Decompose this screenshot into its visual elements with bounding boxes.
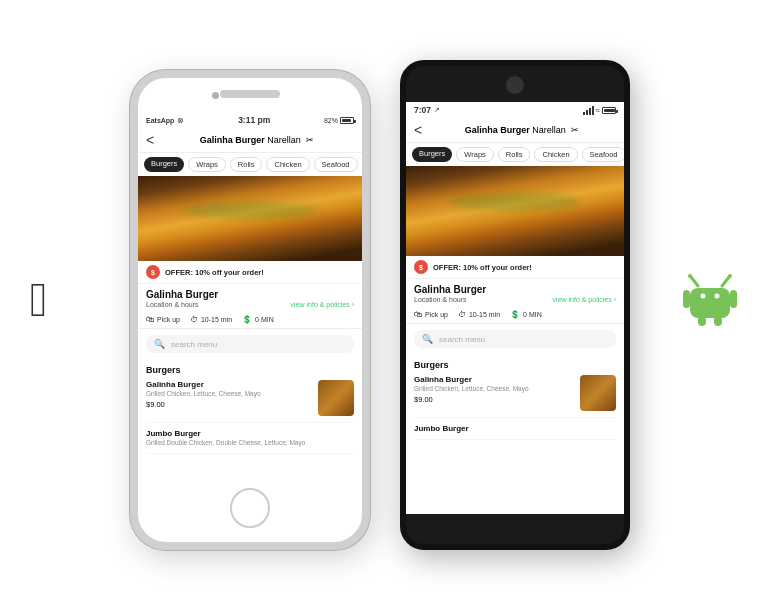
svg-rect-7 [683,290,690,308]
iphone-search-placeholder: search menu [171,340,217,349]
wifi-icon: ⊗ [177,116,184,125]
android-top-nav: < Galinha Burger Narellan ✂ [406,118,624,143]
android-menu-item-2-name: Jumbo Burger [414,424,616,433]
android-tab-rolls[interactable]: Rolls [498,147,531,162]
search-icon: 🔍 [154,339,165,349]
tab-wraps[interactable]: Wraps [188,157,226,172]
android-tab-chicken[interactable]: Chicken [534,147,577,162]
android-location-text: Location & hours [414,296,467,303]
android-search-icon: 🔍 [422,334,433,344]
android-status-right: ≈ [583,106,616,115]
iphone-section-title: Burgers [146,365,354,375]
android-logo [680,268,740,332]
location-arrow-icon: ↗ [434,106,440,114]
iphone-hero-image [138,176,362,261]
svg-rect-10 [714,316,722,326]
iphone-menu-item-1[interactable]: Galinha Burger Grilled Chicken, Lettuce,… [146,380,354,423]
svg-point-3 [728,274,732,278]
tab-seafood[interactable]: Seafood [314,157,358,172]
iphone-nav-title: Galinha Burger Narellan ✂ [160,135,354,145]
dollar-icon: 💲 [242,315,252,324]
android-menu-item-1-desc: Grilled Chicken, Lettuce, Cheese, Mayo [414,385,574,393]
android-pickup-type: 🛍 Pick up [414,310,448,319]
iphone-pickup-info: 🛍 Pick up ⏱ 10-15 min 💲 0 MIN [138,311,362,329]
android-search-bar[interactable]: 🔍 search menu [414,330,616,348]
status-right: 82% [324,117,354,124]
android-hero-image [406,166,624,256]
android-restaurant-name: Galinha Burger [414,284,616,295]
iphone-restaurant-name: Galinha Burger [146,289,354,300]
wifi-icon-android: ≈ [596,106,600,115]
iphone-menu-item-2[interactable]: Jumbo Burger Grilled Double Chicken, Dou… [146,429,354,454]
android-menu-item-2[interactable]: Jumbo Burger [414,424,616,440]
android-device: 7:07 ↗ ≈ < Galinha [400,60,630,550]
offer-text: OFFER: 10% off your order! [165,268,264,277]
iphone-view-info[interactable]: view info & policies › [291,301,354,308]
android-offer-text: OFFER: 10% off your order! [433,263,532,272]
iphone-search-bar[interactable]: 🔍 search menu [146,335,354,353]
svg-rect-9 [698,316,706,326]
iphone-pickup-time: ⏱ 10-15 min [190,315,232,324]
iphone-menu-section: Burgers Galinha Burger Grilled Chicken, … [138,359,362,486]
android-tab-wraps[interactable]: Wraps [456,147,494,162]
android-logo-svg [680,268,740,328]
android-pickup-info: 🛍 Pick up ⏱ 10-15 min 💲 0 MIN [406,306,624,324]
status-left: EatsApp ⊗ [146,116,184,125]
android-time: 7:07 [414,105,431,115]
android-nav-title: Galinha Burger Narellan ✂ [428,125,616,135]
android-min-order: 💲 0 MIN [510,310,542,319]
android-tab-seafood[interactable]: Seafood [582,147,624,162]
iphone-time: 3:11 pm [238,115,270,125]
iphone-location-hours: Location & hours view info & policies › [146,301,354,308]
svg-point-2 [688,274,692,278]
android-section-title: Burgers [414,360,616,370]
iphone-location-text: Location & hours [146,301,199,308]
android-dollar-icon: 💲 [510,310,520,319]
bag-icon: 🛍 [146,315,154,324]
menu-item-1-info: Galinha Burger Grilled Chicken, Lettuce,… [146,380,312,409]
android-offer-icon: $ [414,260,428,274]
iphone-top-nav: < Galinha Burger Narellan ✂ [138,128,362,153]
camera-dot [212,92,219,99]
menu-item-1-image [318,380,354,416]
android-clock-icon: ⏱ [458,310,466,319]
iphone-pickup-type: 🛍 Pick up [146,315,180,324]
tab-chicken[interactable]: Chicken [266,157,309,172]
android-battery-icon [602,107,616,114]
tab-burgers[interactable]: Burgers [144,157,184,172]
menu-item-1-name: Galinha Burger [146,380,312,389]
android-search-placeholder: search menu [439,335,485,344]
menu-item-1-price: $9.00 [146,400,312,409]
svg-line-1 [722,277,729,286]
android-back-button[interactable]: < [414,122,422,138]
android-category-tabs: Burgers Wraps Rolls Chicken Seafood [406,143,624,166]
android-menu-item-1-info: Galinha Burger Grilled Chicken, Lettuce,… [414,375,574,404]
iphone-screen: EatsApp ⊗ 3:11 pm 82% < Galinha Burger N… [138,112,362,486]
android-tab-burgers[interactable]: Burgers [412,147,452,162]
menu-item-2-name: Jumbo Burger [146,429,354,438]
android-menu-section: Burgers Galinha Burger Grilled Chicken, … [406,354,624,514]
tab-rolls[interactable]: Rolls [230,157,263,172]
iphone-offer-banner: $ OFFER: 10% off your order! [138,261,362,284]
offer-icon: $ [146,265,160,279]
android-bag-icon: 🛍 [414,310,422,319]
signal-bars [583,106,594,115]
android-view-info[interactable]: view info & policies › [553,296,616,303]
iphone-restaurant-info: Galinha Burger Location & hours view inf… [138,284,362,311]
svg-rect-4 [690,288,730,318]
android-menu-item-1-image [580,375,616,411]
android-screen: 7:07 ↗ ≈ < Galinha [406,102,624,514]
menu-item-2-info: Jumbo Burger Grilled Double Chicken, Dou… [146,429,354,447]
android-menu-item-2-info: Jumbo Burger [414,424,616,433]
back-button[interactable]: < [146,132,154,148]
iphone-device: EatsApp ⊗ 3:11 pm 82% < Galinha Burger N… [130,70,370,550]
battery-text: 82% [324,117,338,124]
android-offer-banner: $ OFFER: 10% off your order! [406,256,624,279]
menu-item-1-desc: Grilled Chicken, Lettuce, Cheese, Mayo [146,390,312,398]
menu-item-2-desc: Grilled Double Chicken, Double Cheese, L… [146,439,354,447]
android-menu-item-1[interactable]: Galinha Burger Grilled Chicken, Lettuce,… [414,375,616,418]
iphone-status-bar: EatsApp ⊗ 3:11 pm 82% [138,112,362,128]
android-status-bar: 7:07 ↗ ≈ [406,102,624,118]
android-status-left: 7:07 ↗ [414,105,440,115]
iphone-min-order: 💲 0 MIN [242,315,274,324]
